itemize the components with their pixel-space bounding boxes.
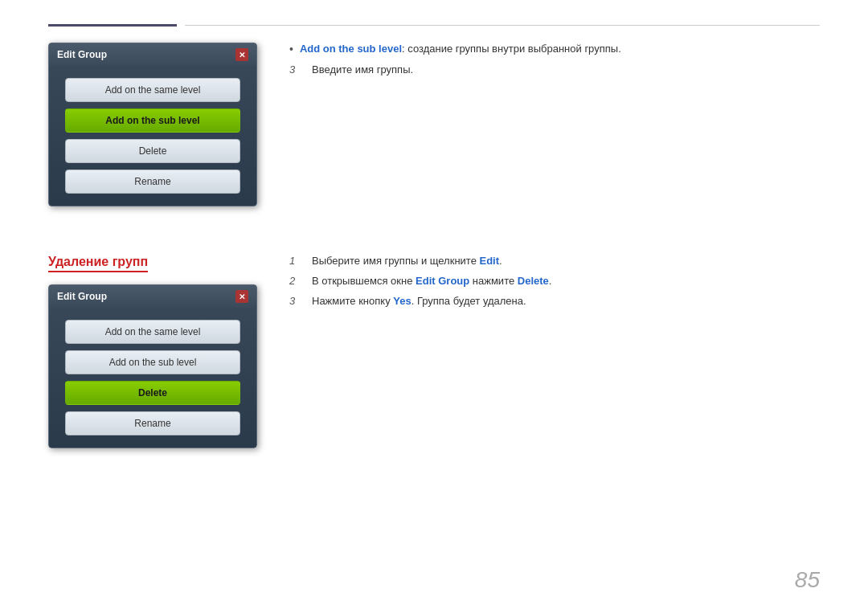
upper-section: Edit Group ✕ Add on the same level Add o… [48,43,820,206]
upper-content-right: • Add on the sub level: создание группы … [289,43,820,206]
lower-section: Удаление групп Edit Group ✕ Add on the s… [48,255,820,448]
top-divider [48,24,820,27]
lower-rename-button[interactable]: Rename [65,411,240,435]
lower-left: Удаление групп Edit Group ✕ Add on the s… [48,255,257,448]
divider-right [185,25,820,26]
upper-bullet-item: • Add on the sub level: создание группы … [289,43,820,55]
lower-dialog-body: Add on the same level Add on the sub lev… [49,308,256,447]
upper-dialog-close-button[interactable]: ✕ [235,48,248,61]
lower-dialog-window: Edit Group ✕ Add on the same level Add o… [48,284,257,448]
lower-add-sub-level-button[interactable]: Add on the sub level [65,350,240,374]
upper-close-icon: ✕ [239,51,245,59]
page-number: 85 [795,567,820,593]
lower-step1: 1 Выберите имя группы и щелкните Edit. [289,255,820,267]
lower-dialog-titlebar: Edit Group ✕ [49,285,256,308]
upper-step3-number: 3 [289,63,305,76]
lower-step3-post: . Группа будет удалена. [411,295,526,307]
bullet-dot: • [289,43,293,55]
lower-step1-text: Выберите имя группы и щелкните Edit. [312,255,502,267]
page-container: Edit Group ✕ Add on the same level Add o… [0,0,868,613]
upper-delete-button[interactable]: Delete [65,139,240,163]
lower-dialog-close-button[interactable]: ✕ [235,290,248,303]
lower-step3-number: 3 [289,295,305,307]
upper-bullet-text: Add on the sub level: создание группы вн… [300,43,621,55]
upper-bullet-rest: : создание группы внутри выбранной групп… [402,43,621,55]
upper-dialog-title: Edit Group [57,49,107,60]
upper-add-sub-level-button[interactable]: Add on the sub level [65,108,240,133]
lower-step2: 2 В открывшемся окне Edit Group нажмите … [289,275,820,287]
upper-add-same-level-button[interactable]: Add on the same level [65,78,240,102]
lower-step2-link1[interactable]: Edit Group [416,275,469,287]
upper-step3: 3 Введите имя группы. [289,63,820,76]
lower-step2-text: В открывшемся окне Edit Group нажмите De… [312,275,551,287]
lower-step1-link[interactable]: Edit [479,255,499,267]
lower-close-icon: ✕ [239,292,245,301]
upper-link-add-sub-level[interactable]: Add on the sub level [300,43,402,55]
lower-step3-pre: Нажмите кнопку [312,295,393,307]
upper-rename-button[interactable]: Rename [65,170,240,194]
divider-left [48,24,177,27]
lower-step1-pre: Выберите имя группы и щелкните [312,255,479,267]
lower-step3-link[interactable]: Yes [393,295,411,307]
lower-step1-number: 1 [289,255,305,267]
lower-step1-post: . [499,255,502,267]
section-heading: Удаление групп [48,255,148,272]
lower-step2-number: 2 [289,275,305,287]
lower-dialog-title: Edit Group [57,291,107,302]
lower-delete-button[interactable]: Delete [65,381,240,405]
lower-step2-mid: нажмите [469,275,518,287]
upper-dialog-body: Add on the same level Add on the sub lev… [49,66,256,206]
upper-step3-text: Введите имя группы. [312,63,413,76]
lower-content-right: 1 Выберите имя группы и щелкните Edit. 2… [289,255,820,448]
lower-step2-link2[interactable]: Delete [518,275,549,287]
lower-step3-text: Нажмите кнопку Yes. Группа будет удалена… [312,295,526,307]
upper-dialog-window: Edit Group ✕ Add on the same level Add o… [48,43,257,206]
lower-step2-pre: В открывшемся окне [312,275,416,287]
lower-add-same-level-button[interactable]: Add on the same level [65,320,240,344]
lower-step2-post: . [549,275,552,287]
upper-dialog-titlebar: Edit Group ✕ [49,43,256,66]
lower-step3: 3 Нажмите кнопку Yes. Группа будет удале… [289,295,820,307]
